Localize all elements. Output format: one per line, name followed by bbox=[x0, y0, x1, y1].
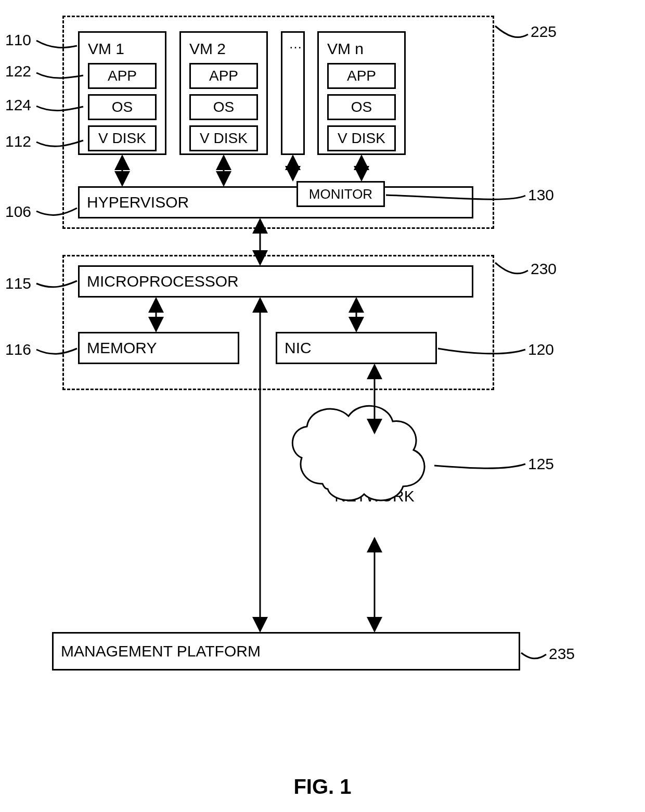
mgmt-box: MANAGEMENT PLATFORM bbox=[52, 632, 520, 671]
figure-caption: FIG. 1 bbox=[0, 775, 645, 798]
vm1-app: APP bbox=[88, 63, 157, 89]
vm2-app: APP bbox=[189, 63, 258, 89]
vm1-title: VM 1 bbox=[88, 40, 159, 58]
ref-124: 124 bbox=[5, 96, 31, 114]
microprocessor-box: MICROPROCESSOR bbox=[78, 265, 473, 298]
vm2-vdisk: V DISK bbox=[189, 125, 258, 151]
mgmt-label: MANAGEMENT PLATFORM bbox=[61, 642, 261, 660]
nic-label: NIC bbox=[285, 339, 312, 357]
ref-122: 122 bbox=[5, 62, 31, 80]
ref-120: 120 bbox=[528, 341, 554, 358]
ref-110: 110 bbox=[5, 31, 31, 49]
vm2-box: VM 2 APP OS V DISK bbox=[179, 31, 268, 155]
vm2-title: VM 2 bbox=[189, 40, 260, 58]
ref-106: 106 bbox=[5, 203, 31, 221]
memory-box: MEMORY bbox=[78, 332, 239, 364]
hypervisor-box: HYPERVISOR bbox=[78, 186, 473, 218]
vmn-box: VM n APP OS V DISK bbox=[317, 31, 406, 155]
ref-235: 235 bbox=[549, 645, 575, 663]
ref-116: 116 bbox=[5, 341, 31, 358]
vmn-title: VM n bbox=[327, 40, 398, 58]
vm-ellipsis: … bbox=[289, 36, 302, 51]
vm-ellipsis-box: … bbox=[281, 31, 305, 155]
monitor-label: MONITOR bbox=[309, 186, 372, 202]
ref-225: 225 bbox=[531, 23, 557, 41]
network-line1: DIGITAL bbox=[322, 467, 427, 486]
vm1-os: OS bbox=[88, 94, 157, 120]
ref-112: 112 bbox=[5, 133, 31, 150]
ref-230: 230 bbox=[531, 260, 557, 278]
monitor-box: MONITOR bbox=[296, 181, 385, 207]
nic-box: NIC bbox=[276, 332, 437, 364]
vm1-vdisk: V DISK bbox=[88, 125, 157, 151]
vmn-os: OS bbox=[327, 94, 396, 120]
microprocessor-label: MICROPROCESSOR bbox=[87, 273, 239, 290]
vmn-vdisk: V DISK bbox=[327, 125, 396, 151]
memory-label: MEMORY bbox=[87, 339, 157, 357]
ref-125: 125 bbox=[528, 455, 554, 473]
network-line2: NETWORK bbox=[322, 486, 427, 506]
vm2-os: OS bbox=[189, 94, 258, 120]
hypervisor-label: HYPERVISOR bbox=[87, 194, 189, 211]
ref-130: 130 bbox=[528, 186, 554, 204]
vm1-box: VM 1 APP OS V DISK bbox=[78, 31, 166, 155]
network-text: DIGITAL NETWORK bbox=[322, 467, 427, 506]
ref-115: 115 bbox=[5, 275, 31, 292]
vmn-app: APP bbox=[327, 63, 396, 89]
